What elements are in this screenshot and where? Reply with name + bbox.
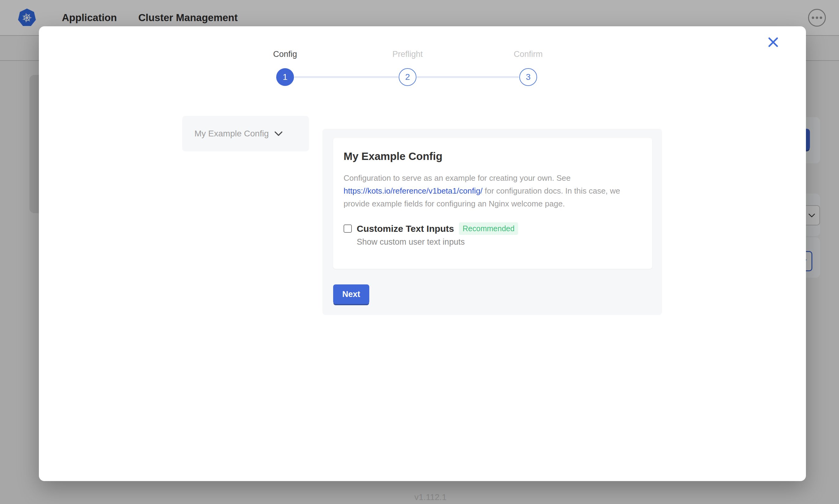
step-label-preflight: Preflight — [362, 50, 453, 59]
config-group-accordion[interactable]: My Example Config — [182, 116, 309, 151]
config-docs-link[interactable]: https://kots.io/reference/v1beta1/config… — [344, 186, 483, 195]
config-card-title: My Example Config — [344, 150, 642, 162]
config-group-card: My Example Config Configuration to serve… — [333, 138, 652, 269]
checkbox-help-text: Show custom user text inputs — [357, 237, 642, 247]
next-button[interactable]: Next — [333, 284, 369, 304]
config-wizard-modal: Config Preflight Confirm 1 2 3 My Exampl… — [39, 26, 806, 481]
step-circle-3: 3 — [519, 68, 537, 86]
step-circle-1: 1 — [276, 68, 294, 86]
stepper-connector — [417, 76, 519, 78]
checkbox-label[interactable]: Customize Text Inputs — [357, 223, 454, 234]
step-circle-2: 2 — [399, 68, 416, 86]
checkbox-row: Customize Text Inputs Recommended — [344, 222, 642, 235]
stepper-connector — [294, 76, 398, 78]
chevron-down-icon — [274, 131, 282, 137]
config-group-label: My Example Config — [194, 129, 269, 139]
config-card-description: Configuration to serve as an example for… — [344, 172, 642, 210]
close-icon[interactable] — [766, 35, 781, 50]
customize-text-inputs-checkbox[interactable] — [344, 224, 352, 233]
recommended-badge: Recommended — [459, 222, 518, 235]
config-panel: My Example Config Configuration to serve… — [322, 129, 662, 315]
step-label-confirm: Confirm — [482, 50, 574, 59]
description-text: Configuration to serve as an example for… — [344, 174, 570, 183]
step-label-config: Config — [239, 50, 331, 59]
